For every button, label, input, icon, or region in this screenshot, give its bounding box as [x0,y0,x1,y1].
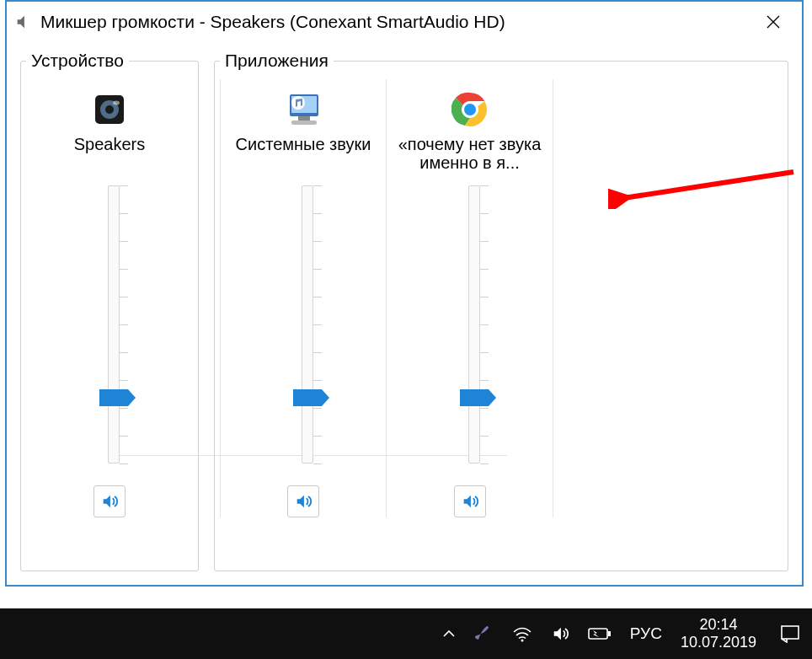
content-area: Устройство Speakers [7,42,802,585]
svg-rect-7 [291,121,317,125]
svg-point-2 [105,105,114,114]
device-slider[interactable] [88,185,131,463]
svg-rect-16 [782,626,799,639]
svg-rect-14 [589,629,607,639]
svg-line-12 [618,172,793,199]
svg-point-11 [464,104,476,115]
close-button[interactable] [750,5,797,39]
tray-battery-icon[interactable] [588,608,612,659]
chrome-slider[interactable] [448,185,492,463]
system-mute-button[interactable] [287,485,319,517]
system-sounds-label: Системные звуки [232,133,375,177]
annotation-arrow-icon [608,167,802,209]
system-tray: РУС 20:14 10.07.2019 [441,608,756,659]
tray-volume-icon[interactable] [551,608,569,659]
system-sounds-icon[interactable] [280,86,327,133]
svg-point-13 [521,640,523,642]
device-channel: Speakers [26,79,193,517]
apps-group-legend: Приложения [220,51,334,71]
tray-pen-icon[interactable] [475,608,494,659]
device-group-legend: Устройство [26,51,129,71]
chrome-label: «почему нет звука именно в я... [387,133,553,177]
system-slider[interactable] [281,185,325,463]
system-sounds-channel: Системные звуки [220,79,387,517]
chrome-mute-button[interactable] [454,485,486,517]
svg-point-3 [113,101,120,105]
chrome-channel: «почему нет звука именно в я... [387,79,553,517]
svg-rect-15 [608,631,611,636]
tray-wifi-icon[interactable] [512,608,532,659]
speaker-device-icon[interactable] [92,86,127,133]
tray-date: 10.07.2019 [681,634,756,651]
tray-chevron-up-icon[interactable] [441,608,457,659]
taskbar: РУС 20:14 10.07.2019 [0,608,812,659]
tray-notifications-icon[interactable] [780,608,800,659]
tray-time: 20:14 [681,616,756,634]
tray-language[interactable]: РУС [630,608,662,659]
device-group: Устройство Speakers [20,51,199,571]
device-label: Speakers [71,133,149,177]
window-title: Микшер громкости - Speakers (Conexant Sm… [35,12,750,32]
tray-clock[interactable]: 20:14 10.07.2019 [681,608,756,659]
chrome-icon[interactable] [451,86,489,133]
svg-rect-6 [298,116,310,121]
svg-point-8 [291,96,305,110]
titlebar: Микшер громкости - Speakers (Conexant Sm… [7,2,802,42]
device-mute-button[interactable] [93,485,126,517]
mixer-window: Микшер громкости - Speakers (Conexant Sm… [5,0,804,587]
applications-group: Приложения Системные звуки [214,51,788,571]
speaker-icon [12,13,35,31]
